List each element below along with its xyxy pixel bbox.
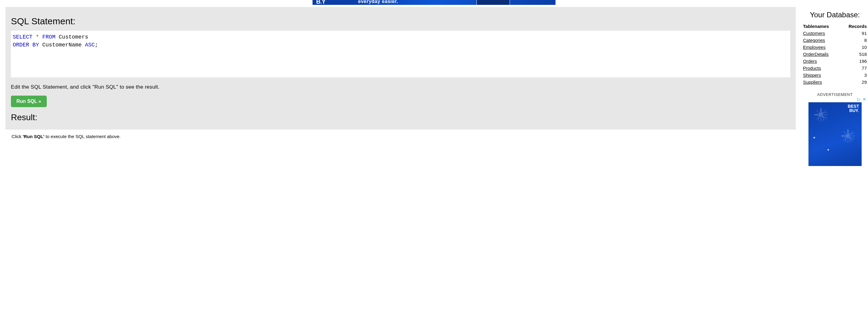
token-semicolon: ; (95, 42, 98, 48)
sparkle-icon: ✦ (813, 136, 816, 140)
table-row: Products77 (803, 65, 867, 72)
result-text-pre: Click (11, 134, 23, 139)
ad-brand-logo: B.Y (316, 0, 325, 5)
table-record-count: 196 (840, 58, 867, 65)
col-records: Records (840, 23, 867, 30)
kw-asc: ASC (85, 42, 95, 48)
side-ad-brand: BESTBUY. (848, 104, 859, 113)
database-heading: Your Database: (803, 11, 867, 19)
result-heading: Result: (11, 113, 790, 122)
table-row: Categories8 (803, 37, 867, 44)
side-ad-banner[interactable]: BESTBUY. (808, 102, 862, 166)
table-record-count: 8 (840, 37, 867, 44)
table-row: Suppliers29 (803, 79, 867, 85)
sparkle-icon (841, 129, 855, 143)
table-record-count: 10 (840, 44, 867, 51)
sparkle-icon (814, 108, 828, 122)
table-record-count: 91 (840, 30, 867, 37)
table-link-orders[interactable]: Orders (803, 59, 817, 64)
kw-from: FROM (42, 34, 55, 40)
kw-select: SELECT (13, 34, 32, 40)
table-link-shippers[interactable]: Shippers (803, 73, 821, 78)
result-text-bold: 'Run SQL' (23, 134, 44, 139)
sql-panel: SQL Statement: SELECT * FROM Customers O… (5, 7, 796, 130)
sql-editor[interactable]: SELECT * FROM Customers ORDER BY Custome… (11, 31, 790, 77)
table-row: Shippers3 (803, 72, 867, 79)
advertisement-label: ADVERTISEMENT (803, 92, 867, 97)
table-record-count: 3 (840, 72, 867, 79)
result-box: Click 'Run SQL' to execute the SQL state… (5, 130, 796, 166)
token-table: Customers (59, 34, 88, 40)
sql-statement-heading: SQL Statement: (11, 16, 790, 26)
table-row: Customers91 (803, 30, 867, 37)
kw-orderby: ORDER BY (13, 42, 39, 48)
top-ad-banner[interactable]: B.Y everyday easier. (0, 0, 868, 6)
sparkle-icon: ✦ (827, 148, 830, 152)
close-ad-icon[interactable]: ✕ (863, 97, 866, 102)
ad-product-thumb (476, 0, 510, 5)
table-row: Employees10 (803, 44, 867, 51)
table-row: Orders196 (803, 58, 867, 65)
adchoices-icon[interactable]: ▷ (857, 97, 861, 102)
database-tables: Tablenames Records Customers91Categories… (803, 23, 867, 85)
table-link-employees[interactable]: Employees (803, 45, 826, 50)
col-tablenames: Tablenames (803, 23, 840, 30)
table-link-categories[interactable]: Categories (803, 38, 825, 43)
table-record-count: 77 (840, 65, 867, 72)
editor-hint: Edit the SQL Statement, and click "Run S… (11, 84, 790, 90)
table-record-count: 29 (840, 79, 867, 85)
run-sql-button[interactable]: Run SQL » (11, 96, 47, 107)
table-link-products[interactable]: Products (803, 66, 821, 71)
table-link-suppliers[interactable]: Suppliers (803, 79, 822, 85)
table-record-count: 518 (840, 51, 867, 58)
result-text-post: to execute the SQL statement above. (44, 134, 121, 139)
table-link-customers[interactable]: Customers (803, 31, 825, 36)
ad-slogan: everyday easier. (358, 0, 398, 4)
token-star: * (36, 34, 39, 40)
table-link-orderdetails[interactable]: OrderDetails (803, 51, 829, 57)
token-column: CustomerName (42, 42, 82, 48)
table-row: OrderDetails518 (803, 51, 867, 58)
